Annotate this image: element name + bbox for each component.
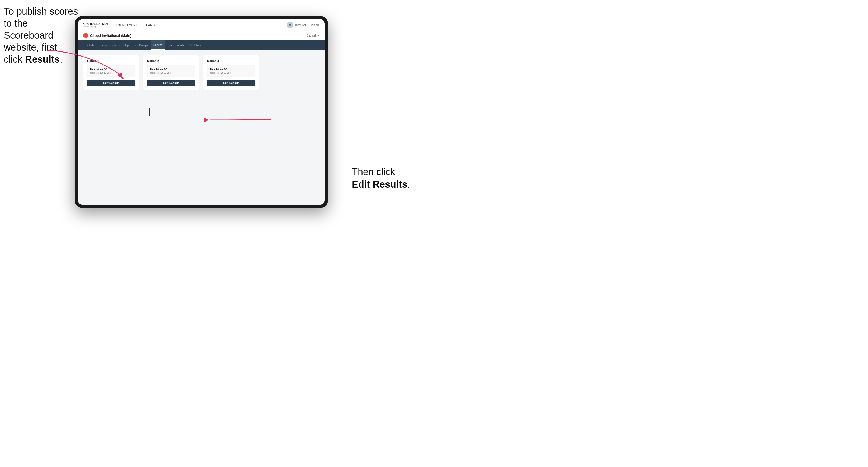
round-3-title: Round 3 <box>207 59 255 62</box>
rounds-grid: Round 1 Peachtree GC Gold (M) (7010 yds)… <box>83 55 319 90</box>
tab-details[interactable]: Details <box>83 40 97 50</box>
instruction-right: Then click Edit Results. <box>352 166 410 191</box>
round-1-course-detail: Gold (M) (7010 yds) <box>90 71 132 74</box>
tablet-screen: SCOREBOARD Powered by clippd TOURNAMENTS… <box>78 19 325 205</box>
main-content: Round 1 Peachtree GC Gold (M) (7010 yds)… <box>78 50 325 205</box>
round-1-title: Round 1 <box>87 59 135 62</box>
round-2-course-card: Peachtree GC Gold (M) (7010 yds) <box>147 65 195 77</box>
tournament-icon: C <box>83 33 88 38</box>
user-name: Test User | <box>295 24 308 26</box>
round-1-card: Round 1 Peachtree GC Gold (M) (7010 yds)… <box>83 55 140 90</box>
nav-tournaments[interactable]: TOURNAMENTS <box>116 24 140 27</box>
nav-links: TOURNAMENTS TEAMS <box>116 24 155 27</box>
sign-out-link[interactable]: Sign out <box>310 24 319 26</box>
round-3-card: Round 3 Peachtree GC Gold (M) (7010 yds)… <box>203 55 259 90</box>
nav-right: 👤 Test User | Sign out <box>287 22 319 28</box>
round-1-edit-results-button[interactable]: Edit Results <box>87 80 135 86</box>
tab-tee-groups[interactable]: Tee Groups <box>131 40 151 50</box>
tablet-device: SCOREBOARD Powered by clippd TOURNAMENTS… <box>75 16 328 208</box>
round-2-edit-results-button[interactable]: Edit Results <box>147 80 195 86</box>
scoreboard-logo: SCOREBOARD Powered by clippd <box>83 22 110 28</box>
tab-printables[interactable]: Printables <box>187 40 204 50</box>
tab-results[interactable]: Results <box>151 40 165 50</box>
nav-left: SCOREBOARD Powered by clippd TOURNAMENTS… <box>83 22 155 28</box>
tablet-side-button <box>149 108 150 116</box>
tournament-header: C Clippd Invitational (Main) Cancel ✕ <box>78 31 325 40</box>
round-3-edit-results-button[interactable]: Edit Results <box>207 80 255 86</box>
instruction-left: To publish scores to the Scoreboard webs… <box>4 5 79 65</box>
round-2-course-name: Peachtree GC <box>150 68 192 71</box>
round-1-course-name: Peachtree GC <box>90 68 132 71</box>
round-2-title: Round 2 <box>147 59 195 62</box>
tab-course-setup[interactable]: Course Setup <box>110 40 131 50</box>
round-3-course-name: Peachtree GC <box>210 68 252 71</box>
tab-leaderboards[interactable]: Leaderboards <box>165 40 187 50</box>
round-2-course-detail: Gold (M) (7010 yds) <box>150 71 192 74</box>
round-1-course-card: Peachtree GC Gold (M) (7010 yds) <box>87 65 135 77</box>
logo-main-text: SCOREBOARD <box>83 22 110 26</box>
cancel-button[interactable]: Cancel ✕ <box>307 34 319 37</box>
tournament-title: C Clippd Invitational (Main) <box>83 33 131 38</box>
tab-teams[interactable]: Teams <box>97 40 110 50</box>
tournament-name: Clippd Invitational (Main) <box>90 34 131 38</box>
round-2-card: Round 2 Peachtree GC Gold (M) (7010 yds)… <box>143 55 199 90</box>
top-navigation: SCOREBOARD Powered by clippd TOURNAMENTS… <box>78 19 325 31</box>
round-3-course-detail: Gold (M) (7010 yds) <box>210 71 252 74</box>
tab-bar: Details Teams Course Setup Tee Groups Re… <box>78 40 325 50</box>
user-avatar: 👤 <box>287 22 293 28</box>
round-3-course-card: Peachtree GC Gold (M) (7010 yds) <box>207 65 255 77</box>
round-4-empty <box>263 55 319 90</box>
nav-teams[interactable]: TEAMS <box>144 24 155 27</box>
logo-sub-text: Powered by clippd <box>83 26 110 28</box>
